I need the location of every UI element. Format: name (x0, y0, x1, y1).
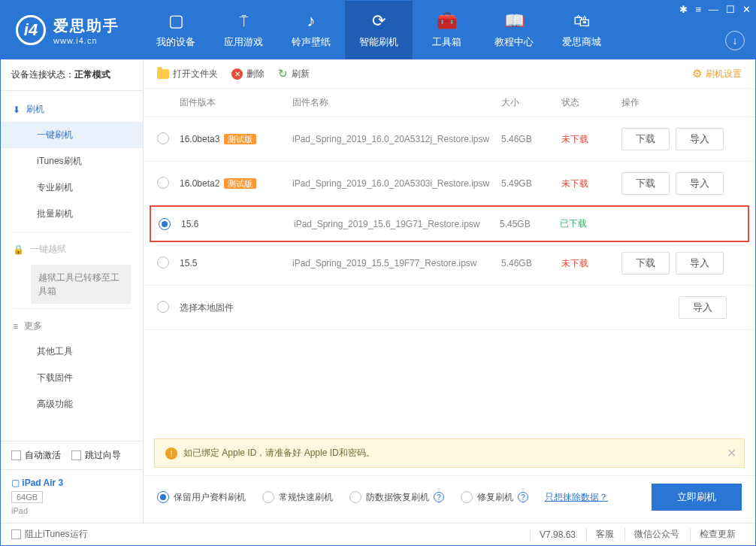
nav-flash[interactable]: ⟳智能刷机 (345, 1, 413, 59)
radio-button[interactable] (157, 256, 169, 268)
app-name: 爱思助手 (53, 17, 119, 34)
fw-name: iPad_Spring_2019_16.0_20A5303i_Restore.i… (292, 178, 501, 189)
customer-service[interactable]: 客服 (586, 528, 623, 541)
folder-icon (157, 69, 169, 79)
sidebar-item-oneclick[interactable]: 一键刷机 (1, 122, 143, 148)
sidebar-item-pro[interactable]: 专业刷机 (1, 174, 143, 201)
notice-bar: ! 如已绑定 Apple ID，请准备好 Apple ID和密码。 ✕ (154, 438, 745, 468)
sidebar-item-batch[interactable]: 批量刷机 (1, 201, 143, 227)
table-header: 固件版本 固件名称 大小 状态 操作 (144, 89, 755, 117)
opt-keep-data[interactable]: 保留用户资料刷机 (157, 491, 246, 504)
fw-version: 16.0beta2测试版 (180, 178, 292, 190)
download-button[interactable]: 下载 (621, 252, 670, 275)
sidebar-item-itunes[interactable]: iTunes刷机 (1, 148, 143, 174)
flash-icon: ⟳ (372, 11, 386, 31)
maximize-icon[interactable]: ☐ (726, 4, 735, 15)
nav-ringtone[interactable]: ♪铃声壁纸 (277, 1, 345, 59)
firmware-row[interactable]: 16.0beta3测试版 iPad_Spring_2019_16.0_20A53… (144, 117, 755, 162)
sidebar-item-advanced[interactable]: 高级功能 (1, 391, 143, 417)
fw-status: 未下载 (561, 133, 621, 146)
sidebar-head-jailbreak: 🔒 一键越狱 (1, 237, 143, 262)
music-icon: ♪ (307, 11, 316, 31)
device-icon: ▢ (168, 11, 184, 31)
shop-icon: 🛍 (573, 11, 590, 31)
import-button[interactable]: 导入 (676, 172, 724, 195)
skip-guide-checkbox[interactable]: 跳过向导 (71, 449, 121, 462)
sidebar-head-flash[interactable]: ⬇ 刷机 (1, 97, 143, 122)
radio-local[interactable] (157, 301, 169, 313)
fw-size: 5.46GB (501, 258, 561, 268)
import-local-button[interactable]: 导入 (679, 296, 727, 319)
minimize-icon[interactable]: — (709, 4, 718, 15)
device-capacity: 64GB (11, 491, 43, 503)
fw-version: 15.6 (181, 219, 294, 229)
nav-my-device[interactable]: ▢我的设备 (142, 1, 210, 59)
lock-icon: 🔒 (13, 244, 24, 255)
open-folder-button[interactable]: 打开文件夹 (157, 68, 218, 80)
beta-badge: 测试版 (224, 134, 256, 144)
help-icon[interactable]: ? (434, 492, 444, 502)
toolbar: 打开文件夹 ✕删除 ↻刷新 ⚙刷机设置 (144, 59, 755, 89)
sidebar-item-download-fw[interactable]: 下载固件 (1, 365, 143, 391)
device-name: iPad Air 3 (22, 478, 63, 488)
opt-antirecover[interactable]: 防数据恢复刷机? (349, 491, 444, 504)
sidebar-bottom: 自动激活 跳过向导 (1, 441, 143, 469)
main-content: 打开文件夹 ✕删除 ↻刷新 ⚙刷机设置 固件版本 固件名称 大小 状态 操作 1… (144, 59, 755, 523)
flash-now-button[interactable]: 立即刷机 (652, 484, 742, 511)
th-name: 固件名称 (292, 96, 501, 109)
firmware-row[interactable]: 15.6 iPad_Spring_2019_15.6_19G71_Restore… (150, 205, 749, 242)
options-bar: 保留用户资料刷机 常规快速刷机 防数据恢复刷机? 修复刷机? 只想抹除数据？ 立… (144, 475, 755, 523)
settings-icon[interactable]: ✱ (679, 4, 688, 15)
erase-link[interactable]: 只想抹除数据？ (545, 491, 608, 504)
nav-tutorial[interactable]: 📖教程中心 (480, 1, 548, 59)
firmware-row[interactable]: 15.5 iPad_Spring_2019_15.5_19F77_Restore… (144, 241, 755, 286)
import-button[interactable]: 导入 (676, 128, 724, 150)
nav-shop[interactable]: 🛍爱思商城 (548, 1, 615, 59)
device-panel[interactable]: ▢ iPad Air 3 64GB iPad (1, 469, 143, 523)
version-label: V7.98.63 (530, 529, 585, 540)
sidebar-jb-note: 越狱工具已转移至工具箱 (31, 265, 131, 304)
more-icon: ≡ (13, 321, 18, 332)
local-firmware-row[interactable]: 选择本地固件 导入 (144, 286, 755, 330)
opt-repair[interactable]: 修复刷机? (461, 491, 528, 504)
help-icon-2[interactable]: ? (518, 492, 528, 502)
check-update[interactable]: 检查更新 (690, 528, 745, 541)
app-url: www.i4.cn (53, 36, 119, 45)
header-right: ↓ (725, 31, 745, 50)
close-icon[interactable]: ✕ (742, 4, 751, 15)
local-fw-label: 选择本地固件 (180, 302, 292, 314)
download-button[interactable]: 下载 (621, 172, 670, 195)
toolbox-icon: 🧰 (437, 11, 457, 31)
auto-activate-checkbox[interactable]: 自动激活 (11, 449, 61, 462)
notice-close-button[interactable]: ✕ (727, 446, 736, 460)
th-size: 大小 (501, 96, 561, 109)
sidebar-item-other[interactable]: 其他工具 (1, 338, 143, 365)
sidebar-head-more[interactable]: ≡ 更多 (1, 314, 143, 338)
download-button[interactable]: ↓ (725, 31, 745, 50)
wechat[interactable]: 微信公众号 (624, 528, 688, 541)
nav-toolbox[interactable]: 🧰工具箱 (413, 1, 480, 59)
fw-size: 5.45GB (500, 219, 560, 229)
flash-settings-button[interactable]: ⚙刷机设置 (692, 67, 742, 80)
radio-button[interactable] (157, 177, 169, 189)
app-header: i4 爱思助手 www.i4.cn ▢我的设备 ⍑应用游戏 ♪铃声壁纸 ⟳智能刷… (1, 1, 755, 59)
menu-icon[interactable]: ≡ (695, 4, 701, 15)
fw-version: 16.0beta3测试版 (180, 134, 292, 145)
radio-button[interactable] (159, 218, 171, 230)
warning-icon: ! (165, 447, 177, 460)
block-itunes-checkbox[interactable]: 阻止iTunes运行 (11, 528, 88, 541)
radio-button[interactable] (157, 132, 169, 144)
fw-status: 已下载 (560, 217, 620, 230)
fw-name: iPad_Spring_2019_15.6_19G71_Restore.ipsw (294, 219, 500, 229)
window-controls: ✱ ≡ — ☐ ✕ (679, 4, 751, 15)
fw-size: 5.49GB (501, 178, 561, 189)
delete-button[interactable]: ✕删除 (231, 68, 265, 80)
download-button[interactable]: 下载 (621, 128, 670, 150)
firmware-row[interactable]: 16.0beta2测试版 iPad_Spring_2019_16.0_20A53… (144, 162, 755, 206)
nav-apps[interactable]: ⍑应用游戏 (210, 1, 277, 59)
refresh-button[interactable]: ↻刷新 (278, 67, 310, 80)
import-button[interactable]: 导入 (676, 252, 724, 275)
opt-normal[interactable]: 常规快速刷机 (262, 491, 333, 504)
device-type: iPad (11, 506, 132, 515)
book-icon: 📖 (504, 11, 525, 31)
